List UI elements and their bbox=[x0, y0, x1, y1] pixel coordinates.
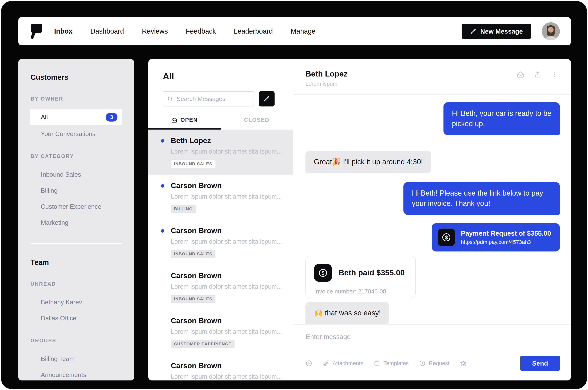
new-message-button[interactable]: New Message bbox=[462, 24, 531, 39]
nav-item-feedback[interactable]: Feedback bbox=[186, 27, 216, 35]
sidebar-item-billing[interactable]: Billing bbox=[30, 183, 123, 199]
attachments-button[interactable]: Attachments bbox=[323, 360, 363, 367]
conversation-item-carson-brown[interactable]: Carson Brown Lorem ispum dolor sit amet … bbox=[148, 220, 293, 265]
payment-request-title: Payment Request of $355.00 bbox=[461, 230, 551, 237]
unread-count-badge: 3 bbox=[106, 113, 118, 122]
payment-request-card[interactable]: $ Payment Request of $355.00 https://pdm… bbox=[432, 223, 560, 251]
tab-open-label: OPEN bbox=[180, 117, 198, 123]
list-header: All bbox=[148, 59, 293, 106]
sidebar-item-label: Bethany Karev bbox=[41, 299, 82, 306]
conversation-item-carson-brown[interactable]: Carson Brown Lorem ispum dolor sit amet … bbox=[148, 175, 293, 220]
main-panel: All OPEN CLOSED bbox=[148, 59, 571, 381]
sidebar-divider bbox=[31, 243, 122, 244]
sidebar-item-dallas-office[interactable]: Dallas Office bbox=[30, 310, 123, 326]
message-bubble-sent: Hi Beth, your car is ready to be picked … bbox=[443, 102, 560, 135]
dollar-circle-icon: $ bbox=[438, 229, 455, 246]
conversation-tag: INBOUND SALES bbox=[171, 250, 215, 258]
sidebar-item-label: All bbox=[41, 113, 48, 121]
send-button[interactable]: Send bbox=[520, 356, 560, 371]
sidebar-item-inbound-sales[interactable]: Inbound Sales bbox=[30, 167, 123, 183]
list-title: All bbox=[163, 71, 275, 81]
tab-open[interactable]: OPEN bbox=[148, 117, 221, 130]
conversation-name: Carson Brown bbox=[171, 182, 282, 190]
kebab-menu-icon[interactable] bbox=[551, 71, 559, 78]
tab-closed[interactable]: CLOSED bbox=[221, 117, 293, 130]
templates-button[interactable]: Templates bbox=[374, 360, 409, 367]
nav-item-reviews[interactable]: Reviews bbox=[142, 27, 168, 35]
message-bubble-received: Great🎉 I'll pick it up around 4:30! bbox=[305, 151, 431, 173]
conversation-item-carson-brown[interactable]: Carson Brown Lorem ispum dolor sit amet … bbox=[148, 265, 293, 310]
sidebar-item-label: Billing Team bbox=[41, 355, 75, 363]
podium-logo-icon[interactable] bbox=[29, 23, 43, 39]
svg-text:$: $ bbox=[322, 270, 325, 276]
sidebar-item-marketing[interactable]: Marketing bbox=[30, 215, 123, 231]
conversation-tag: BILLING bbox=[171, 205, 196, 213]
sidebar-item-label: Your Conversations bbox=[41, 130, 95, 138]
conversation-preview: Lorem ispum dolor sit amet sita ispum... bbox=[171, 193, 282, 200]
open-envelope-icon bbox=[171, 117, 177, 123]
nav-item-leaderboard[interactable]: Leaderboard bbox=[234, 27, 273, 35]
pencil-icon bbox=[263, 96, 270, 102]
sidebar-section-by-category: BY CATEGORY Inbound Sales Billing Custom… bbox=[30, 153, 123, 231]
request-label: Request bbox=[429, 360, 449, 367]
avatar[interactable] bbox=[542, 22, 560, 40]
section-label-unread: UNREAD bbox=[31, 281, 123, 287]
svg-text:$: $ bbox=[445, 235, 448, 241]
sidebar-item-billing-team[interactable]: Billing Team bbox=[30, 351, 123, 367]
conversation-item-carson-brown[interactable]: Carson Brown Lorem ispum dolor sit amet … bbox=[148, 355, 293, 381]
new-message-label: New Message bbox=[480, 28, 523, 35]
saved-replies-button[interactable] bbox=[460, 360, 466, 367]
payment-request-link[interactable]: https://pdm.pay.com/4573ah3 bbox=[461, 239, 551, 245]
sidebar-item-all[interactable]: All 3 bbox=[30, 109, 123, 125]
chat-header: Beth Lopez Lorem ispum bbox=[293, 59, 571, 95]
nav-right: New Message bbox=[462, 22, 560, 40]
conversation-tag: CUSTOMER EXPERIENCE bbox=[171, 340, 235, 348]
compose-button[interactable] bbox=[259, 91, 275, 106]
conversation-name: Beth Lopez bbox=[171, 136, 282, 145]
payment-request-texts: Payment Request of $355.00 https://pdm.p… bbox=[461, 230, 551, 245]
payment-receipt-main: $ Beth paid $355.00 bbox=[306, 256, 415, 282]
unread-dot bbox=[161, 229, 164, 233]
conversation-name: Carson Brown bbox=[171, 227, 282, 235]
notepad-icon bbox=[374, 360, 380, 367]
request-button[interactable]: $ Request bbox=[419, 360, 449, 367]
dollar-circle-icon: $ bbox=[419, 360, 426, 367]
sidebar-item-announcements[interactable]: Announcements bbox=[30, 367, 123, 381]
composer-toolbar: Attachments Templates $ Request Send bbox=[305, 356, 560, 371]
conversation-list: Beth Lopez Lorem ispum dolor sit amet si… bbox=[148, 130, 293, 381]
unread-dot bbox=[161, 139, 164, 143]
nav-item-dashboard[interactable]: Dashboard bbox=[90, 27, 124, 35]
sidebar: Customers BY OWNER All 3 Your Conversati… bbox=[18, 59, 134, 381]
upload-icon[interactable] bbox=[534, 71, 542, 78]
sidebar-section-by-owner: BY OWNER All 3 Your Conversations bbox=[30, 96, 123, 142]
conversation-item-carson-brown[interactable]: Carson Brown Lorem ispum dolor sit amet … bbox=[148, 310, 293, 355]
conversation-name: Carson Brown bbox=[171, 362, 282, 370]
sidebar-item-label: Customer Experience bbox=[41, 203, 101, 210]
conversation-tag: INBOUND SALES bbox=[171, 160, 215, 168]
sidebar-item-your-conversations[interactable]: Your Conversations bbox=[30, 126, 123, 142]
nav-item-manage[interactable]: Manage bbox=[291, 27, 315, 35]
open-envelope-icon[interactable] bbox=[517, 71, 524, 78]
payment-receipt-title: Beth paid $355.00 bbox=[339, 268, 405, 277]
section-label-by-category: BY CATEGORY bbox=[31, 153, 123, 159]
search-input[interactable] bbox=[176, 95, 249, 103]
nav-item-inbox[interactable]: Inbox bbox=[54, 27, 73, 35]
chat-actions bbox=[517, 69, 559, 78]
unread-dot bbox=[161, 184, 164, 188]
sidebar-section-unread: UNREAD Bethany Karev Dallas Office bbox=[30, 281, 123, 326]
add-button[interactable] bbox=[305, 360, 312, 367]
conversation-preview: Lorem ispum dolor sit amet sita ispum... bbox=[171, 283, 282, 290]
search-row bbox=[163, 91, 275, 106]
message-input[interactable] bbox=[305, 333, 561, 341]
sidebar-item-customer-experience[interactable]: Customer Experience bbox=[30, 199, 123, 215]
conversation-item-beth-lopez[interactable]: Beth Lopez Lorem ispum dolor sit amet si… bbox=[148, 130, 293, 175]
message-thread: Hi Beth, your car is ready to be picked … bbox=[293, 95, 571, 324]
search-box bbox=[163, 91, 254, 106]
dollar-circle-icon: $ bbox=[314, 264, 332, 282]
sidebar-item-bethany-karev[interactable]: Bethany Karev bbox=[30, 294, 123, 310]
sidebar-title: Customers bbox=[31, 73, 123, 82]
conversation-preview: Lorem ispum dolor sit amet sita ispum... bbox=[171, 328, 282, 335]
message-bubble-received: 🙌 that was so easy! bbox=[305, 302, 389, 324]
sidebar-item-label: Marketing bbox=[41, 219, 68, 226]
conversation-name: Carson Brown bbox=[171, 272, 282, 280]
